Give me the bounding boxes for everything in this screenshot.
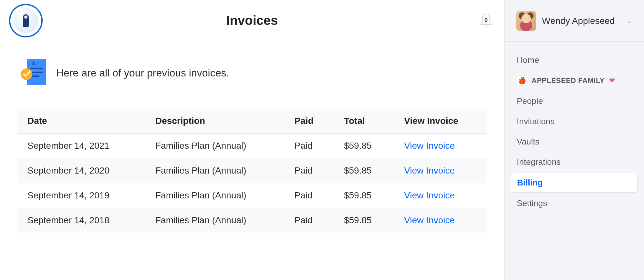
col-date: Date xyxy=(17,109,145,134)
svg-point-6 xyxy=(21,68,32,80)
cell-date: September 14, 2018 xyxy=(17,208,145,233)
svg-text:$: $ xyxy=(32,61,35,66)
table-row: September 14, 2018 Families Plan (Annual… xyxy=(17,208,487,233)
nav-settings[interactable]: Settings xyxy=(511,194,638,213)
cell-description: Families Plan (Annual) xyxy=(145,183,284,208)
app-logo[interactable] xyxy=(9,4,43,37)
nav-people[interactable]: People xyxy=(511,92,638,111)
table-header-row: Date Description Paid Total View Invoice xyxy=(17,109,487,134)
nav-label: Billing xyxy=(517,178,543,188)
chevron-down-icon: ⌄ xyxy=(627,17,632,25)
cell-paid: Paid xyxy=(284,208,334,233)
svg-rect-4 xyxy=(30,72,43,73)
keyhole-icon xyxy=(13,8,38,33)
apple-icon: 🍎 xyxy=(517,75,527,86)
nav-vaults[interactable]: Vaults xyxy=(511,132,638,151)
cell-description: Families Plan (Annual) xyxy=(145,134,284,158)
col-view: View Invoice xyxy=(394,109,487,134)
nav-integrations[interactable]: Integrations xyxy=(511,153,638,172)
table-row: September 14, 2020 Families Plan (Annual… xyxy=(17,158,487,183)
cell-date: September 14, 2019 xyxy=(17,183,145,208)
receipt-icon: $ xyxy=(17,57,49,89)
table-row: September 14, 2021 Families Plan (Annual… xyxy=(17,134,487,158)
cell-date: September 14, 2021 xyxy=(17,134,145,158)
right-sidebar: Wendy Appleseed ⌄ Home 🍎 APPLESEED FAMIL… xyxy=(504,0,644,280)
nav-billing[interactable]: Billing xyxy=(511,173,638,193)
notification-count: 0 xyxy=(484,17,488,24)
cell-paid: Paid xyxy=(284,134,334,158)
invoices-table: Date Description Paid Total View Invoice… xyxy=(17,108,487,233)
nav-label: Invitations xyxy=(517,116,555,126)
family-label: APPLESEED FAMILY xyxy=(532,76,605,85)
cell-total: $59.85 xyxy=(334,134,394,158)
nav-label: Home xyxy=(517,55,539,65)
cell-description: Families Plan (Annual) xyxy=(145,158,284,183)
col-description: Description xyxy=(145,109,284,134)
nav-label: Settings xyxy=(517,198,547,208)
col-paid: Paid xyxy=(284,109,334,134)
avatar xyxy=(516,11,536,31)
cell-total: $59.85 xyxy=(334,183,394,208)
invoices-tbody: September 14, 2021 Families Plan (Annual… xyxy=(17,134,487,233)
cell-date: September 14, 2020 xyxy=(17,158,145,183)
view-invoice-link[interactable]: View Invoice xyxy=(404,141,455,151)
cell-description: Families Plan (Annual) xyxy=(145,208,284,233)
view-invoice-link[interactable]: View Invoice xyxy=(404,215,455,225)
intro-text: Here are all of your previous invoices. xyxy=(56,67,229,79)
main-content: Invoices 0 $ He xyxy=(0,0,504,280)
notifications-button[interactable]: 0 xyxy=(477,12,495,30)
cell-paid: Paid xyxy=(284,183,334,208)
page-title: Invoices xyxy=(226,13,278,28)
content-area: $ Here are all of your previous invoices… xyxy=(0,41,504,248)
intro-row: $ Here are all of your previous invoices… xyxy=(17,57,487,89)
view-invoice-link[interactable]: View Invoice xyxy=(404,190,455,200)
sidebar-nav: Home 🍎 APPLESEED FAMILY ❤ People Invitat… xyxy=(504,42,644,222)
heart-icon: ❤ xyxy=(609,76,615,85)
svg-rect-3 xyxy=(30,68,43,69)
cell-total: $59.85 xyxy=(334,158,394,183)
nav-label: People xyxy=(517,96,543,106)
cell-paid: Paid xyxy=(284,158,334,183)
user-menu[interactable]: Wendy Appleseed ⌄ xyxy=(504,8,644,42)
nav-label: Integrations xyxy=(517,157,561,167)
col-total: Total xyxy=(334,109,394,134)
nav-home[interactable]: Home xyxy=(511,51,638,70)
table-row: September 14, 2019 Families Plan (Annual… xyxy=(17,183,487,208)
nav-invitations[interactable]: Invitations xyxy=(511,112,638,131)
view-invoice-link[interactable]: View Invoice xyxy=(404,165,455,175)
cell-total: $59.85 xyxy=(334,208,394,233)
header: Invoices 0 xyxy=(0,0,504,41)
user-name: Wendy Appleseed xyxy=(542,16,615,26)
nav-label: Vaults xyxy=(517,137,539,147)
nav-family[interactable]: 🍎 APPLESEED FAMILY ❤ xyxy=(511,71,638,90)
